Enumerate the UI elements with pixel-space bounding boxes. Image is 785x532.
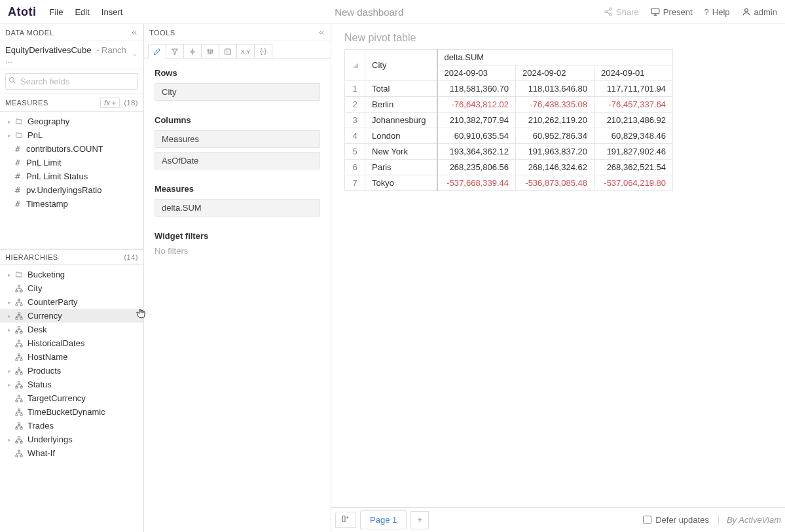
measures-chip-delta[interactable]: delta.SUM [155,199,320,217]
table-row[interactable]: 4London60,910,635.5460,952,786.3460,829,… [345,128,673,144]
col-date-0[interactable]: 2024-09-03 [437,65,516,81]
hierarchy-item-bucketing[interactable]: ▸Bucketing [0,268,143,281]
columns-chip-asofdate[interactable]: AsOfDate [155,152,320,169]
value-cell[interactable]: 268,362,521.54 [594,160,673,175]
svg-rect-83 [20,427,22,429]
tool-tab-settings[interactable] [201,44,219,58]
present-button[interactable]: Present [651,7,693,17]
value-cell[interactable]: 117,711,701.94 [594,81,673,97]
hierarchy-item-currency[interactable]: ▸Currency [0,309,143,323]
value-cell[interactable]: 191,827,902.46 [594,144,673,160]
city-cell[interactable]: Berlin [365,97,437,113]
table-row[interactable]: 7Tokyo-537,668,339.44-536,873,085.48-537… [345,175,673,191]
user-button[interactable]: admin [742,7,777,17]
measure-header[interactable]: delta.SUM [437,50,673,65]
by-activeviam: By ActiveViam [718,515,781,525]
search-input[interactable] [5,73,138,90]
tool-tab-pin[interactable] [183,44,202,58]
tool-tab-query[interactable] [219,44,237,58]
svg-rect-18 [18,299,20,301]
user-label: admin [754,7,777,17]
measures-section-title: MEASURES [5,99,48,107]
auto-layout-button[interactable] [335,512,356,528]
columns-chip-measures[interactable]: Measures [155,130,320,148]
hierarchy-item-underlyings[interactable]: ▸Underlyings [0,433,143,446]
measure-folder[interactable]: ▸PnL [0,128,143,142]
value-cell[interactable]: -76,438,335.08 [516,97,594,113]
add-page-button[interactable]: + [411,511,429,529]
city-cell[interactable]: London [365,128,437,144]
city-cell[interactable]: Total [365,81,437,97]
pivot-corner[interactable] [345,50,365,81]
city-cell[interactable]: Tokyo [365,175,437,191]
cube-selector[interactable]: EquityDerivativesCube - Ranch ... [0,41,143,69]
value-cell[interactable]: 118,013,646.80 [516,81,594,97]
tool-tab-code[interactable]: {·} [254,44,272,58]
hierarchy-item-timebucketdynamic[interactable]: TimeBucketDynamic [0,405,143,419]
col-date-1[interactable]: 2024-09-02 [516,65,594,81]
measure-item[interactable]: #PnL Limit [0,156,143,169]
measure-item[interactable]: #Timestamp [0,197,143,211]
value-cell[interactable]: -537,668,339.44 [437,175,516,191]
value-cell[interactable]: 60,829,348.46 [594,128,673,144]
value-cell[interactable]: 268,235,806.56 [437,160,516,175]
pivot-table[interactable]: City delta.SUM 2024-09-03 2024-09-02 202… [344,49,673,191]
table-row[interactable]: 6Paris268,235,806.56268,146,324.62268,36… [345,160,673,175]
dashboard-title[interactable]: New dashboard [134,7,604,18]
hierarchy-item-what-if[interactable]: What-If [0,446,143,460]
hierarchy-item-desk[interactable]: ▸Desk [0,323,143,336]
defer-updates-checkbox[interactable]: Defer updates [643,515,709,525]
widget-title[interactable]: New pivot table [331,24,785,49]
svg-rect-11 [18,285,20,287]
menu-edit[interactable]: Edit [75,7,89,17]
tree-label: Timestamp [26,199,68,209]
table-row[interactable]: 3Johannesburg210,382,707.94210,262,119.2… [345,113,673,128]
value-cell[interactable]: 210,213,486.92 [594,113,673,128]
defer-checkbox-input[interactable] [643,516,651,524]
value-cell[interactable]: 60,910,635.54 [437,128,516,144]
measure-item[interactable]: #pv.UnderlyingsRatio [0,183,143,197]
share-button[interactable]: Share [604,7,639,17]
hierarchy-item-counterparty[interactable]: ▸CounterParty [0,295,143,309]
value-cell[interactable]: 191,963,837.20 [516,144,594,160]
table-row[interactable]: 1Total118,581,360.70118,013,646.80117,71… [345,81,673,97]
measure-item[interactable]: #contributors.COUNT [0,142,143,156]
value-cell[interactable]: 118,581,360.70 [437,81,516,97]
value-cell[interactable]: 60,952,786.34 [516,128,594,144]
help-button[interactable]: ? Help [704,7,730,17]
value-cell[interactable]: -536,873,085.48 [516,175,594,191]
hierarchy-item-city[interactable]: City [0,281,143,295]
col-date-2[interactable]: 2024-09-01 [594,65,673,81]
tool-tab-filter[interactable] [166,44,184,58]
table-row[interactable]: 2Berlin-76,643,812.02-76,438,335.08-76,4… [345,97,673,113]
tool-tab-fields[interactable] [148,44,166,59]
city-cell[interactable]: Johannesburg [365,113,437,128]
city-cell[interactable]: Paris [365,160,437,175]
menu-insert[interactable]: Insert [101,7,123,17]
tool-tab-xy[interactable]: X·Y [236,44,255,58]
hierarchy-item-status[interactable]: ▸Status [0,378,143,391]
row-header-city[interactable]: City [365,50,437,81]
value-cell[interactable]: 210,382,707.94 [437,113,516,128]
collapse-tools-button[interactable] [318,29,325,37]
value-cell[interactable]: 193,364,362.12 [437,144,516,160]
hierarchy-item-trades[interactable]: Trades [0,419,143,433]
value-cell[interactable]: 268,146,324.62 [516,160,594,175]
value-cell[interactable]: -76,643,812.02 [437,97,516,113]
measure-item[interactable]: #PnL Limit Status [0,169,143,183]
menu-file[interactable]: File [49,7,63,17]
value-cell[interactable]: -76,457,337.64 [594,97,673,113]
hierarchy-item-hostname[interactable]: HostName [0,350,143,364]
page-tab-1[interactable]: Page 1 [360,510,407,529]
add-measure-button[interactable]: fx+ [100,98,120,108]
measure-folder[interactable]: ▸Geography [0,115,143,128]
collapse-data-model-button[interactable] [130,29,138,37]
value-cell[interactable]: 210,262,119.20 [516,113,594,128]
value-cell[interactable]: -537,064,219.80 [594,175,673,191]
hierarchy-item-historicaldates[interactable]: HistoricalDates [0,336,143,350]
rows-chip-city[interactable]: City [155,83,320,101]
hierarchy-item-products[interactable]: ▸Products [0,364,143,378]
table-row[interactable]: 5New York193,364,362.12191,963,837.20191… [345,144,673,160]
city-cell[interactable]: New York [365,144,437,160]
hierarchy-item-targetcurrency[interactable]: TargetCurrency [0,391,143,405]
